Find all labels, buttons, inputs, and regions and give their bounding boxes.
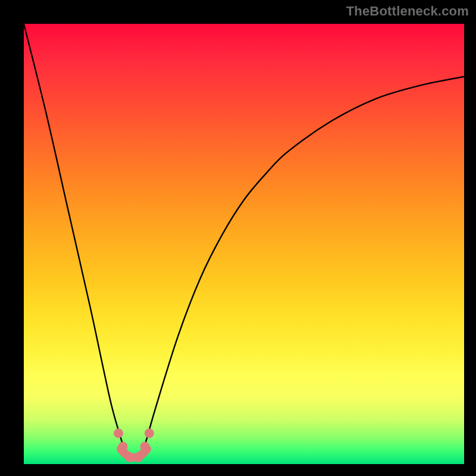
marker-dot	[140, 441, 150, 451]
bottleneck-curve-path	[24, 24, 464, 460]
marker-dot	[133, 453, 143, 462]
curve-layer	[24, 24, 464, 464]
marker-dot	[118, 441, 128, 451]
plot-area	[24, 24, 464, 464]
marker-dot	[145, 428, 154, 438]
marker-dots	[114, 428, 154, 462]
marker-dot	[125, 453, 134, 462]
marker-dot	[114, 428, 123, 438]
chart-frame: TheBottleneck.com	[0, 0, 476, 476]
watermark-label: TheBottleneck.com	[346, 4, 469, 19]
